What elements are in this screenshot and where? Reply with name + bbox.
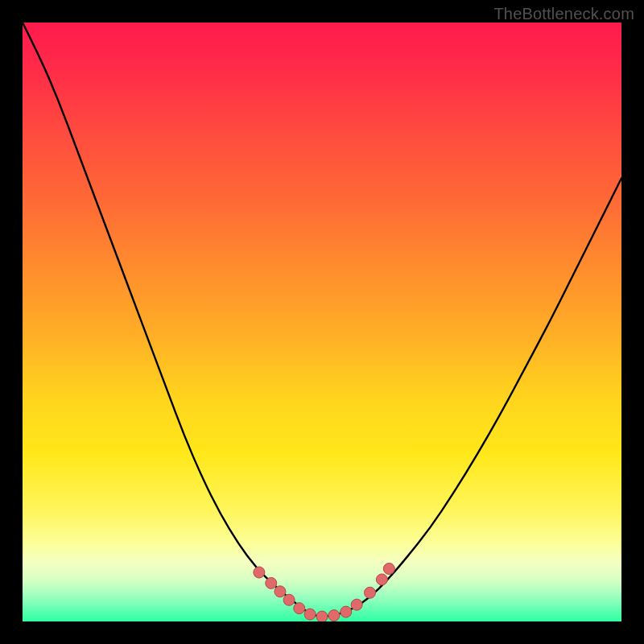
chart-frame: TheBottleneck.com (0, 0, 644, 644)
marker-dot (341, 606, 352, 617)
marker-dot (383, 564, 394, 575)
marker-dot (294, 603, 305, 614)
marker-dot (365, 587, 376, 598)
marker-dot (351, 599, 362, 610)
bottleneck-curve (23, 23, 621, 617)
marker-dot (266, 577, 277, 588)
marker-dot (376, 574, 387, 585)
marker-dot (275, 586, 286, 597)
marker-dot (304, 609, 316, 620)
highlight-markers (254, 564, 394, 621)
marker-dot (328, 610, 340, 621)
plot-area (23, 23, 621, 621)
marker-dot (254, 567, 265, 578)
chart-svg (23, 23, 621, 621)
marker-dot (316, 611, 328, 621)
watermark-text: TheBottleneck.com (493, 5, 634, 23)
marker-dot (283, 594, 295, 605)
